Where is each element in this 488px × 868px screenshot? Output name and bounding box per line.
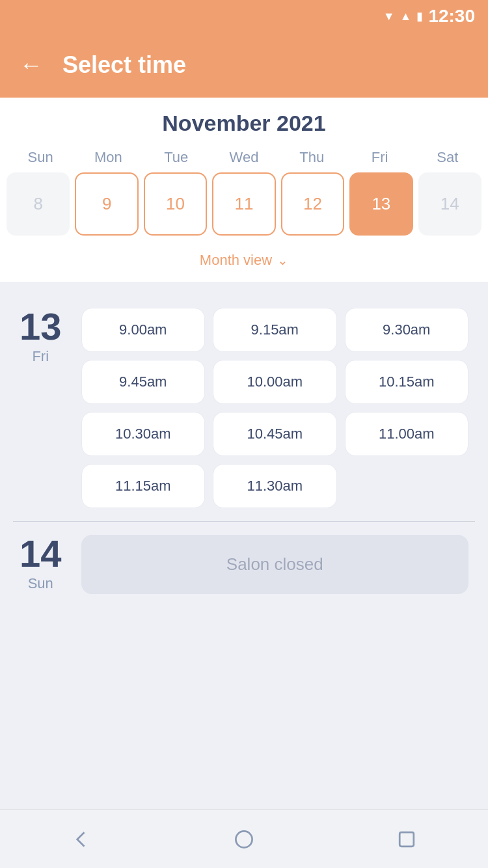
page-title: Select time (62, 51, 186, 79)
calendar-day[interactable]: 12 (281, 172, 344, 236)
day-block-header: 14SunSalon closed (20, 535, 468, 594)
time-slot[interactable]: 9.15am (213, 308, 337, 352)
signal-icon: ▲ (400, 10, 412, 23)
nav-bar (0, 809, 488, 868)
weekday-label: Tue (142, 149, 210, 166)
nav-recent-button[interactable] (395, 828, 418, 851)
nav-home-button[interactable] (232, 828, 256, 851)
calendar-day[interactable]: 14 (418, 172, 481, 236)
time-slot[interactable]: 10.45am (213, 412, 337, 456)
calendar-day[interactable]: 13 (349, 172, 413, 236)
calendar-day[interactable]: 11 (212, 172, 275, 236)
time-slot[interactable]: 10.15am (345, 360, 469, 404)
weekday-label: Sat (414, 149, 481, 166)
header: ← Select time (0, 33, 488, 98)
weekday-label: Fri (346, 149, 413, 166)
calendar-section: November 2021 SunMonTueWedThuFriSat 8910… (0, 98, 488, 282)
month-year-label: November 2021 (0, 111, 488, 136)
time-slot[interactable]: 9.00am (81, 308, 205, 352)
status-bar: ▼ ▲ ▮ 12:30 (0, 0, 488, 33)
wifi-icon: ▼ (383, 10, 395, 23)
day-block-header: 13Fri9.00am9.15am9.30am9.45am10.00am10.1… (20, 308, 468, 508)
calendar-day[interactable]: 8 (7, 172, 70, 236)
day-number: 14 (20, 535, 62, 573)
time-slot[interactable]: 10.30am (81, 412, 205, 456)
time-slot[interactable]: 11.00am (345, 412, 469, 456)
calendar-day[interactable]: 9 (75, 172, 138, 236)
battery-icon: ▮ (416, 9, 423, 23)
weekday-label: Sun (7, 149, 74, 166)
days-row: 891011121314 (0, 172, 488, 245)
time-slots-grid: 9.00am9.15am9.30am9.45am10.00am10.15am10… (81, 308, 468, 508)
day-block: 13Fri9.00am9.15am9.30am9.45am10.00am10.1… (0, 295, 488, 521)
salon-closed-label: Salon closed (81, 535, 468, 594)
month-view-label: Month view (200, 252, 272, 269)
weekday-label: Wed (210, 149, 278, 166)
month-view-toggle[interactable]: Month view ⌄ (0, 245, 488, 282)
day-number-block: 13Fri (20, 308, 62, 365)
time-slot[interactable]: 10.00am (213, 360, 337, 404)
time-slot[interactable]: 9.45am (81, 360, 205, 404)
day-name: Sun (28, 575, 53, 592)
status-time: 12:30 (428, 6, 475, 27)
svg-rect-1 (400, 832, 414, 847)
nav-back-button[interactable] (70, 828, 93, 851)
weekday-label: Thu (278, 149, 346, 166)
chevron-down-icon: ⌄ (277, 252, 288, 268)
weekdays-row: SunMonTueWedThuFriSat (0, 149, 488, 166)
weekday-label: Mon (74, 149, 142, 166)
day-name: Fri (32, 348, 49, 365)
day-number-block: 14Sun (20, 535, 62, 592)
time-slot[interactable]: 11.30am (213, 464, 337, 508)
svg-point-0 (236, 831, 252, 847)
day-number: 13 (20, 308, 62, 346)
calendar-day[interactable]: 10 (144, 172, 207, 236)
time-slot[interactable]: 11.15am (81, 464, 205, 508)
time-slot[interactable]: 9.30am (345, 308, 469, 352)
status-icons: ▼ ▲ ▮ 12:30 (383, 6, 475, 27)
back-button[interactable]: ← (20, 53, 43, 77)
day-block: 14SunSalon closed (0, 522, 488, 607)
timeslots-section: 13Fri9.00am9.15am9.30am9.45am10.00am10.1… (0, 282, 488, 809)
